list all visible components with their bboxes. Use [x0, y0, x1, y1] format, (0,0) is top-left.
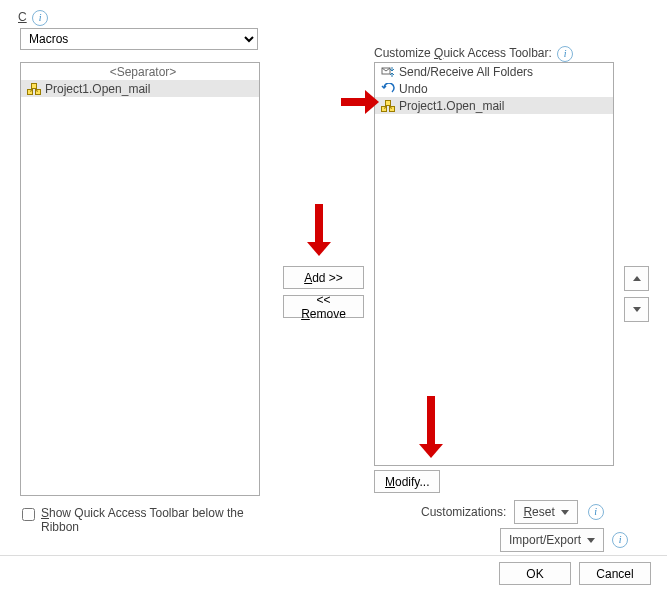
list-item-label: Undo: [397, 82, 428, 96]
add-button[interactable]: Add >>: [283, 266, 364, 289]
dialog-footer-buttons: OK Cancel: [499, 562, 651, 585]
info-icon[interactable]: i: [32, 10, 48, 26]
commands-listbox[interactable]: <Separator> Project1.Open_mail: [20, 62, 260, 496]
choose-commands-dropdown[interactable]: Macros: [20, 28, 258, 50]
modify-button[interactable]: Modify...: [374, 470, 440, 493]
label-text: C: [18, 10, 27, 24]
macro-icon: [25, 83, 43, 95]
send-receive-icon: [379, 66, 397, 78]
reorder-buttons: [624, 266, 649, 322]
info-icon[interactable]: i: [588, 504, 604, 520]
choose-commands-label: C i: [18, 10, 48, 26]
list-item-label: Send/Receive All Folders: [397, 65, 533, 79]
import-export-dropdown-button[interactable]: Import/Export: [500, 528, 604, 552]
info-icon[interactable]: i: [557, 46, 573, 62]
checkbox-label: Show Quick Access Toolbar below theRibbo…: [41, 506, 244, 534]
list-item-separator[interactable]: <Separator>: [21, 63, 259, 80]
customize-qat-panel: C i Macros Customize Quick Access Toolba…: [0, 0, 667, 589]
qat-listbox[interactable]: Send/Receive All Folders Undo Project1.O…: [374, 62, 614, 466]
customize-qat-label: Customize Quick Access Toolbar: i: [374, 46, 573, 62]
chevron-up-icon: [633, 276, 641, 281]
list-item[interactable]: Project1.Open_mail: [375, 97, 613, 114]
divider: [0, 555, 667, 556]
remove-button[interactable]: << Remove: [283, 295, 364, 318]
move-up-button[interactable]: [624, 266, 649, 291]
chevron-down-icon: [561, 510, 569, 515]
move-down-button[interactable]: [624, 297, 649, 322]
import-export-row: Import/Export i: [500, 528, 628, 552]
list-item[interactable]: Undo: [375, 80, 613, 97]
show-qat-below-ribbon-checkbox[interactable]: Show Quick Access Toolbar below theRibbo…: [22, 506, 322, 534]
list-item-label: Project1.Open_mail: [43, 82, 150, 96]
chevron-down-icon: [633, 307, 641, 312]
macro-icon: [379, 100, 397, 112]
list-item-label: Project1.Open_mail: [397, 99, 504, 113]
customizations-label: Customizations:: [421, 505, 506, 519]
choose-commands-dropdown-wrap: Macros: [20, 28, 258, 50]
label-text: Customize Quick Access Toolbar:: [374, 46, 552, 60]
info-icon[interactable]: i: [612, 532, 628, 548]
reset-dropdown-button[interactable]: Reset: [514, 500, 577, 524]
undo-icon: [379, 83, 397, 95]
chevron-down-icon: [587, 538, 595, 543]
list-item[interactable]: Send/Receive All Folders: [375, 63, 613, 80]
checkbox-input[interactable]: [22, 508, 35, 521]
list-item-label: <Separator>: [108, 65, 177, 79]
list-item[interactable]: Project1.Open_mail: [21, 80, 259, 97]
customizations-row: Customizations: Reset i: [421, 500, 604, 524]
cancel-button[interactable]: Cancel: [579, 562, 651, 585]
ok-button[interactable]: OK: [499, 562, 571, 585]
